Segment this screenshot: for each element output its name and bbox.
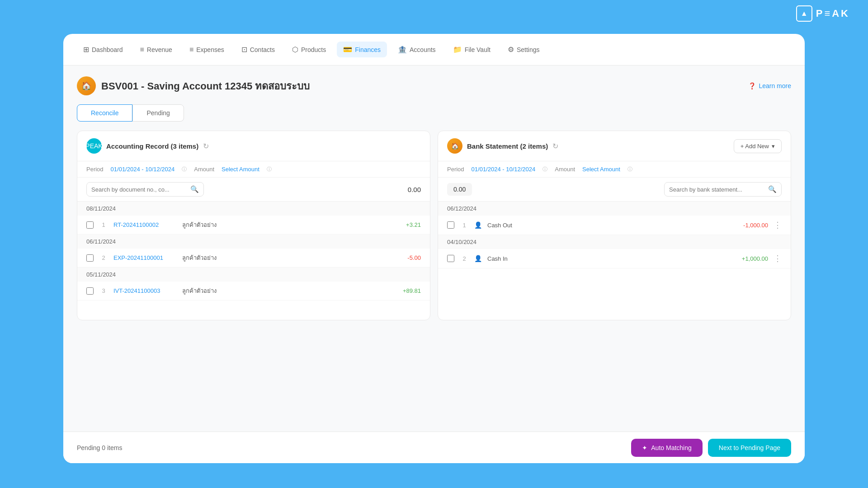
finances-icon: 💳 [343,45,352,54]
add-new-button[interactable]: + Add New ▾ [734,139,782,153]
sidebar-item-filevault[interactable]: 📁 File Vault [447,42,497,57]
accounting-row-3-num: 3 [99,287,108,294]
bank-period-label: Period [447,166,464,173]
expenses-icon: ≡ [189,46,193,54]
auto-matching-label: Auto Matching [651,444,692,451]
nav-label-filevault: File Vault [465,46,491,53]
bank-search-input[interactable] [669,186,765,193]
nav-label-expenses: Expenses [196,46,224,53]
nav-label-products: Products [301,46,326,53]
nav-label-contacts: Contacts [250,46,275,53]
accounting-row-2-name: ลูกค้าตัวอย่าง [182,253,402,263]
accounting-period-value[interactable]: 01/01/2024 - 10/12/2024 [111,166,175,173]
bank-period-value[interactable]: 01/01/2024 - 10/12/2024 [472,166,536,173]
accounting-filters: Period 01/01/2024 - 10/12/2024 ⓘ Amount … [77,161,430,178]
user-icon: 👤 [474,221,482,229]
accounting-search-wrap: 🔍 [86,182,204,197]
sidebar-item-dashboard[interactable]: ⊞ Dashboard [77,42,129,57]
bank-total: 0.00 [453,186,466,193]
sidebar-item-settings[interactable]: ⚙ Settings [501,42,546,57]
tab-reconcile[interactable]: Reconcile [77,104,132,122]
page-header: 🏠 BSV001 - Saving Account 12345 ทดสอบระบ… [77,76,791,95]
content-area: 🏠 BSV001 - Saving Account 12345 ทดสอบระบ… [63,66,805,432]
accounting-row-2-num: 2 [99,254,108,261]
page-title-row: 🏠 BSV001 - Saving Account 12345 ทดสอบระบ… [77,76,310,95]
peak-logo-icon: ▲ [796,5,812,22]
accounting-row-1-checkbox[interactable] [86,221,94,229]
accounting-panel-title: Accounting Record (3 items) [106,142,198,150]
sidebar-item-expenses[interactable]: ≡ Expenses [183,42,231,57]
bank-row-2-name: Cash In [487,255,736,262]
products-icon: ⬡ [292,45,298,54]
user-icon-2: 👤 [474,255,482,262]
more-options-icon-2[interactable]: ⋮ [774,253,782,263]
nav-label-accounts: Accounts [410,46,436,53]
bank-panel: 🏠 Bank Statement (2 items) ↻ + Add New ▾… [438,131,791,320]
accounting-row-2-amount: -5.00 [407,254,421,261]
sidebar-item-products[interactable]: ⬡ Products [286,42,332,57]
accounting-search-row: 🔍 0.00 [77,178,430,202]
accounting-date-3: 05/11/2024 [77,267,430,282]
accounting-amount-info-icon[interactable]: ⓘ [267,166,272,173]
bank-amount-info-icon[interactable]: ⓘ [627,166,632,173]
nav-label-settings: Settings [517,46,540,53]
accounting-period-label: Period [86,166,104,173]
sidebar-item-finances[interactable]: 💳 Finances [337,42,387,57]
accounting-period-info-icon[interactable]: ⓘ [182,166,187,173]
next-pending-label: Next to Pending Page [719,444,780,451]
sidebar-item-accounts[interactable]: 🏦 Accounts [392,42,442,57]
accounting-row-2-doc[interactable]: EXP-20241100001 [113,254,177,261]
table-row: 3 IVT-20241100003 ลูกค้าตัวอย่าง +89.81 [77,282,430,300]
accounting-row-1-doc[interactable]: RT-20241100002 [113,221,177,228]
bank-amount-label: Amount [555,166,575,173]
add-new-label: + Add New [741,143,769,150]
accounting-row-2-checkbox[interactable] [86,254,94,262]
settings-icon: ⚙ [508,45,514,54]
bank-panel-title-row: 🏠 Bank Statement (2 items) ↻ [447,138,558,154]
sidebar-item-contacts[interactable]: ⊡ Contacts [235,42,281,57]
nav-label-dashboard: Dashboard [92,46,123,53]
auto-matching-button[interactable]: ✦ Auto Matching [631,439,703,457]
bank-row-1-num: 1 [460,222,469,229]
contacts-icon: ⊡ [241,45,247,54]
accounting-row-3-amount: +89.81 [403,287,421,294]
bank-search-icon[interactable]: 🔍 [768,185,777,193]
bank-date-1: 06/12/2024 [438,202,791,216]
accounting-search-input[interactable] [91,186,188,193]
peak-logo-text: P≡AK [816,8,850,19]
next-pending-button[interactable]: Next to Pending Page [708,439,791,457]
accounting-row-1-amount: +3.21 [406,221,421,228]
bank-filters: Period 01/01/2024 - 10/12/2024 ⓘ Amount … [438,161,791,178]
top-bar: ▲ P≡AK [778,0,868,27]
bank-panel-header: 🏠 Bank Statement (2 items) ↻ + Add New ▾ [438,131,791,161]
sidebar-item-revenue[interactable]: ≡ Revenue [134,42,179,57]
accounting-panel-title-row: PEAK Accounting Record (3 items) ↻ [86,138,209,154]
learn-more-button[interactable]: ❓ Learn more [748,82,791,89]
bank-row-1-name: Cash Out [487,222,738,229]
bank-total-display: 0.00 [447,183,472,196]
bank-refresh-icon[interactable]: ↻ [552,142,558,150]
account-avatar: 🏠 [77,76,96,95]
bank-row-1-checkbox[interactable] [447,221,454,229]
accounting-panel-icon: PEAK [86,138,102,154]
accounting-refresh-icon[interactable]: ↻ [203,142,209,150]
more-options-icon[interactable]: ⋮ [774,220,782,230]
accounting-row-3-checkbox[interactable] [86,287,94,295]
bank-row-2-checkbox[interactable] [447,255,454,262]
accounting-row-1-name: ลูกค้าตัวอย่าง [182,220,401,230]
nav-label-revenue: Revenue [147,46,172,53]
accounting-amount-label: Amount [194,166,214,173]
navbar: ⊞ Dashboard ≡ Revenue ≡ Expenses ⊡ Conta… [63,34,805,66]
bank-period-info-icon[interactable]: ⓘ [542,166,547,173]
page-title: BSV001 - Saving Account 12345 ทดสอบระบบ [101,78,310,94]
bank-select-amount[interactable]: Select Amount [582,166,620,173]
accounting-row-3-doc[interactable]: IVT-20241100003 [113,287,177,294]
nav-label-finances: Finances [355,46,381,53]
accounting-search-icon[interactable]: 🔍 [190,185,199,193]
revenue-icon: ≡ [140,46,144,54]
wand-icon: ✦ [642,444,647,451]
bank-panel-icon: 🏠 [447,138,462,154]
accounting-select-amount[interactable]: Select Amount [222,166,259,173]
chevron-down-icon: ▾ [772,143,775,150]
tab-pending[interactable]: Pending [132,104,184,122]
